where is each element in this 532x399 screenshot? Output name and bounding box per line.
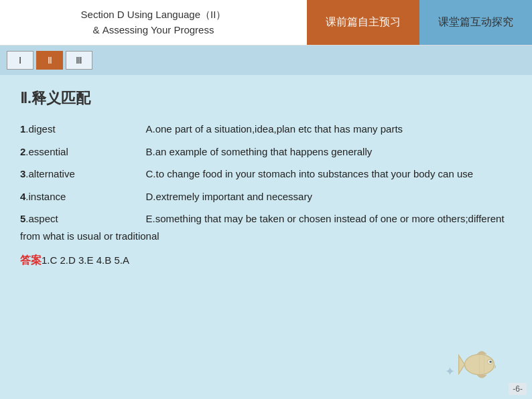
item-4-word: instance [29,188,146,206]
item-1-def: A.one part of a situation,idea,plan etc … [146,123,403,135]
item-5-num: 5 [20,213,25,224]
item-4-num: 4 [20,191,25,202]
section-title: Ⅱ.释义匹配 [20,88,512,108]
answer-values: 1.C 2.D 3.E 4.B 5.A [42,254,129,266]
answer-line: 答案1.C 2.D 3.E 4.B 5.A [20,254,512,268]
header-title-line1: Section D Using Language（II） [81,9,226,20]
vocab-item-3: 3.alternative C.to change food in your s… [20,165,512,183]
header-title: Section D Using Language（II） & Assessing… [0,0,307,45]
vocab-item-2: 2.essential B.an example of something th… [20,143,512,161]
item-1-word: digest [29,121,146,138]
item-3-word: alternative [29,165,146,183]
item-2-def: B.an example of something that happens g… [146,146,373,157]
tab-2[interactable]: Ⅱ [36,51,63,70]
item-3-num: 3 [20,168,25,179]
vocab-item-4: 4.instance D.extremely important and nec… [20,188,512,206]
item-5-word: aspect [29,210,146,228]
btn-preview[interactable]: 课前篇自主预习 [307,0,419,45]
vocab-item-1: 1.digest A.one part of a situation,idea,… [20,121,512,138]
page-number: -6- [509,383,527,395]
fish-decoration [458,346,505,386]
btn-classroom[interactable]: 课堂篇互动探究 [419,0,532,45]
svg-marker-1 [459,355,465,374]
main-content: Ⅱ.释义匹配 1.digest A.one part of a situatio… [0,75,532,281]
fish-icon [458,346,505,383]
tab-bar: Ⅰ Ⅱ Ⅲ [0,46,532,75]
vocab-item-5: 5.aspect E.something that may be taken o… [20,210,512,244]
header-title-line2: & Assessing Your Progress [93,24,214,35]
tab-1[interactable]: Ⅰ [7,51,34,70]
star-decoration: ✦ [445,364,455,379]
tab-3[interactable]: Ⅲ [66,51,92,70]
header: Section D Using Language（II） & Assessing… [0,0,532,46]
answer-label: 答案 [20,254,42,266]
item-1-num: 1 [20,123,25,135]
item-3-def: C.to change food in your stomach into su… [146,168,474,179]
item-2-word: essential [29,143,146,161]
item-2-num: 2 [20,146,25,157]
item-4-def: D.extremely important and necessary [146,191,312,202]
svg-point-3 [489,361,491,363]
